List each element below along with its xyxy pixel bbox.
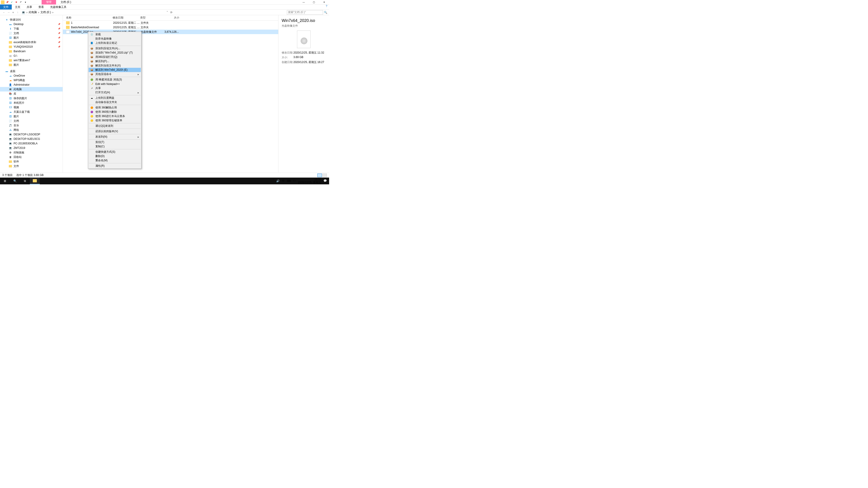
col-size[interactable]: 大小 (163, 16, 179, 20)
system-tray[interactable]: ˄ 🔊 中 ⌨ 🛡 16:32 2020/12/25, 星期五 💬3 (273, 178, 329, 184)
view-details-button[interactable] (317, 173, 322, 177)
view-large-button[interactable] (322, 173, 327, 177)
nav-recycle[interactable]: 🗑回收站 (0, 155, 63, 159)
menu-item[interactable]: 💿装载 (89, 32, 141, 37)
menu-item[interactable]: 剪切(T) (89, 140, 141, 144)
maximize-button[interactable]: ▢ (309, 0, 319, 4)
menu-item[interactable]: 还原以前的版本(V) (89, 129, 141, 133)
nav-user[interactable]: 👤Administrator (0, 83, 63, 87)
file-row[interactable]: BaiduNetdiskDownload2020/12/25, 星期五 1...… (63, 25, 278, 30)
nav-network[interactable]: 🖧网络 (0, 128, 63, 132)
close-button[interactable]: ✕ (319, 0, 329, 4)
search-icon[interactable]: 🔍 (324, 11, 327, 14)
tray-chevron-icon[interactable]: ˄ (273, 180, 274, 183)
menu-item[interactable]: 📦解压到 Win7x64_2020\ (E) (89, 68, 141, 72)
nav-folder[interactable]: 软件 (0, 159, 63, 164)
nav-up-icon[interactable]: ↑ (16, 11, 20, 14)
tab-view[interactable]: 查看 (35, 4, 47, 9)
nav-forward-icon[interactable]: → (6, 11, 11, 14)
nav-folder[interactable]: 图片 (0, 63, 63, 67)
search-button[interactable]: 🔍 (10, 177, 20, 184)
nav-lib-item[interactable]: 🖼图片 (0, 114, 63, 119)
nav-control-panel[interactable]: ⚙控制面板 (0, 150, 63, 155)
tab-share[interactable]: 共享 (24, 4, 35, 9)
minimize-button[interactable]: — (299, 0, 309, 4)
crumb-pc[interactable]: 此电脑 (28, 10, 37, 14)
menu-item[interactable]: 📦用360压缩打开(Q) (89, 55, 141, 59)
nav-pictures[interactable]: 🖼图片📌 (0, 35, 63, 40)
menu-item[interactable]: 发送到(N)▸ (89, 135, 141, 139)
qat-undo-icon[interactable]: ↶ (19, 0, 23, 4)
tab-home[interactable]: 主页 (12, 4, 24, 9)
qat-pin-icon[interactable]: 📌 (5, 0, 9, 4)
menu-item[interactable]: ↗共享 (89, 86, 141, 90)
nav-lib-item[interactable]: ☁天翼云盘下载 (0, 109, 63, 114)
qat-delete-icon[interactable]: ✖ (14, 0, 18, 4)
taskbar[interactable]: ⊞ 🔍 ⧉ ˄ 🔊 中 ⌨ 🛡 16:32 2020/12/25, 星期五 💬3 (0, 177, 329, 184)
nav-lib-item[interactable]: 🎞视频 (0, 105, 63, 109)
breadcrumb[interactable]: 💻 › 此电脑 › 文档 (E:) › (21, 10, 54, 14)
menu-item[interactable]: 属性(R) (89, 164, 141, 168)
menu-item[interactable]: 刻录光盘映像 (89, 37, 141, 41)
menu-item[interactable]: 通过QQ发送到 (89, 124, 141, 128)
menu-item[interactable]: 删除(D) (89, 154, 141, 158)
menu-item[interactable]: 🟠使用 360解除占用 (89, 105, 141, 110)
nav-folder[interactable]: excel表格制作求和📌 (0, 40, 63, 44)
column-headers[interactable]: 名称 修改日期 类型 大小 (63, 15, 278, 21)
nav-this-pc[interactable]: 💻此电脑 (0, 87, 63, 92)
nav-downloads[interactable]: ⬇下载📌 (0, 26, 63, 31)
nav-folder[interactable]: win7重装win7 (0, 58, 63, 63)
nav-net-pc[interactable]: 💻DESKTOP-NJEU3CG (0, 137, 63, 141)
tray-ime[interactable]: 中 (282, 179, 285, 183)
nav-lib-item[interactable]: 🖼保存的图片 (0, 96, 63, 101)
nav-desktop-root[interactable]: ▬桌面 (0, 69, 63, 73)
tab-manage[interactable]: 管理 (41, 0, 56, 4)
tray-clock[interactable]: 16:32 2020/12/25, 星期五 (298, 178, 321, 184)
nav-folder[interactable]: 文件 (0, 164, 63, 168)
nav-libraries[interactable]: 📚库 (0, 92, 63, 96)
col-type[interactable]: 类型 (140, 16, 163, 20)
context-menu[interactable]: 💿装载刻录光盘映像📘上传到有道云笔记📦添加到压缩文件(A)...📦添加到 "Wi… (88, 32, 142, 169)
menu-item[interactable]: 📦解压到(F)... (89, 59, 141, 64)
nav-desktop[interactable]: ▬Desktop📌 (0, 22, 63, 26)
nav-net-pc[interactable]: 💻PC-20190530OBLA (0, 141, 63, 146)
qat-dropdown-icon[interactable]: ▾ (24, 0, 27, 4)
nav-folder[interactable]: Bandicam (0, 49, 63, 54)
menu-item[interactable]: 📝Edit with Notepad++ (89, 82, 141, 86)
start-button[interactable]: ⊞ (0, 177, 10, 184)
nav-onedrive[interactable]: ☁OneDrive (0, 73, 63, 78)
menu-item[interactable]: 复制(C) (89, 144, 141, 149)
col-name[interactable]: 名称 (66, 16, 113, 20)
menu-item[interactable]: 创建快捷方式(S) (89, 150, 141, 154)
qat-check-icon[interactable]: ✔ (10, 0, 13, 4)
menu-item[interactable]: ☁上传到百度网盘 (89, 96, 141, 100)
search-input[interactable]: 搜索"文档 (E:)" (287, 10, 323, 15)
nav-documents[interactable]: 📄文档📌 (0, 31, 63, 35)
nav-drive[interactable]: ▤G:\ (0, 54, 63, 58)
menu-item[interactable]: 重命名(M) (89, 158, 141, 163)
menu-item[interactable]: 🟡使用 360管理右键菜单 (89, 119, 141, 123)
nav-wps[interactable]: ☁WPS网盘 (0, 78, 63, 83)
nav-folder[interactable]: YUNQISHI2019📌 (0, 44, 63, 49)
tray-notifications-icon[interactable]: 💬3 (323, 179, 328, 183)
nav-tree[interactable]: ★快速访问 ▬Desktop📌 ⬇下载📌 📄文档📌 🖼图片📌 excel表格制作… (0, 15, 63, 173)
nav-history-icon[interactable]: ▾ (11, 11, 16, 14)
tray-volume-icon[interactable]: 🔊 (276, 180, 280, 183)
tab-iso-tools[interactable]: 光盘映像工具 (47, 4, 70, 9)
nav-quick-access[interactable]: ★快速访问 (0, 18, 63, 22)
menu-item[interactable]: 📦添加到 "Win7x64_2020.zip" (T) (89, 51, 141, 55)
menu-item[interactable]: 📦其他压缩命令▸ (89, 72, 141, 76)
tray-security-icon[interactable]: 🛡 (293, 180, 296, 183)
menu-item[interactable]: 🟢用 蜂蜜浏览器 浏览(3) (89, 77, 141, 82)
explorer-taskbar-icon[interactable] (30, 177, 40, 184)
refresh-icon[interactable]: ⟳ (170, 11, 173, 14)
nav-net-pc[interactable]: 💻ZMT2019 (0, 146, 63, 150)
tab-file[interactable]: 文件 (0, 4, 12, 9)
nav-lib-item[interactable]: 📄文档 (0, 119, 63, 123)
crumb-loc[interactable]: 文档 (E:) (40, 10, 52, 14)
nav-back-icon[interactable]: ← (2, 11, 6, 14)
crumb-dropdown-icon[interactable]: ˅ (166, 11, 168, 14)
file-row[interactable]: 12020/12/15, 星期二 1...文件夹 (63, 21, 278, 25)
menu-item[interactable]: 📦添加到压缩文件(A)... (89, 46, 141, 51)
nav-net-pc[interactable]: 💻DESKTOP-LSSOEDP (0, 132, 63, 137)
